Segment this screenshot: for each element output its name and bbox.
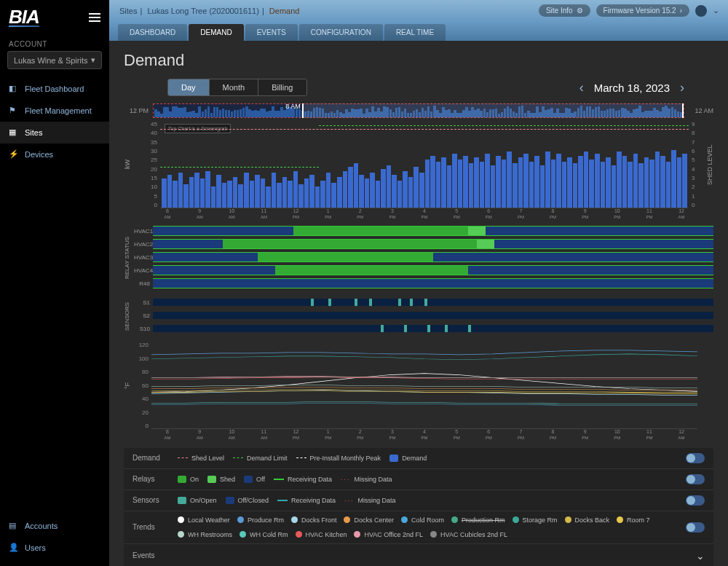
- range-billing[interactable]: Billing: [258, 79, 306, 95]
- overview-marker: 8 AM: [285, 103, 301, 110]
- legend-item[interactable]: Shed Level: [178, 455, 224, 462]
- site-info-button[interactable]: Site Info⚙: [539, 4, 590, 17]
- relay-row-hvac2: HVAC2: [134, 238, 713, 250]
- sidebar-item-fleet-dashboard[interactable]: ◧Fleet Dashboard: [0, 78, 109, 100]
- legend-item[interactable]: WH Cold Rm: [240, 531, 288, 538]
- overview-chart[interactable]: 12 PM 8 AM 12 AM: [124, 103, 713, 118]
- legend-item[interactable]: ···Missing Data: [344, 497, 396, 504]
- range-day[interactable]: Day: [168, 79, 210, 95]
- next-date-button[interactable]: ›: [680, 80, 684, 95]
- range-month[interactable]: Month: [210, 79, 259, 95]
- legend-item[interactable]: HVAC Office 2nd FL: [354, 531, 423, 538]
- legend-row-demand: DemandShed LevelDemand LimitPre-Install …: [124, 448, 713, 469]
- legend-item[interactable]: On/Open: [178, 497, 217, 504]
- relay-status-section: RELAY STATUS HVAC1HVAC2HVAC3HVAC4R48: [124, 225, 713, 291]
- y-axis-label: kW: [124, 121, 131, 208]
- relay-row-hvac4: HVAC4: [134, 264, 713, 276]
- legend-row-sensors: SensorsOn/OpenOff/ClosedReceiving Data··…: [124, 490, 713, 511]
- y2-axis-label: SHED LEVEL: [706, 121, 713, 208]
- main: Sites| Lukas Long Tree (2020001611)| Dem…: [109, 0, 728, 566]
- legend-item[interactable]: Produce Rm: [237, 516, 284, 524]
- sensor-row-s2: S2: [134, 310, 713, 321]
- legend-item[interactable]: Cold Room: [401, 516, 444, 524]
- topbar: Sites| Lukas Long Tree (2020001611)| Dem…: [109, 0, 728, 21]
- legend-item[interactable]: HVAC Kitchen: [296, 531, 347, 538]
- logo: BIA: [9, 6, 39, 28]
- legend-item[interactable]: HVAC Cubicles 2nd FL: [430, 531, 507, 538]
- temp-y-label: °F: [124, 342, 131, 429]
- legend-item[interactable]: Pre-Install Monthly Peak: [296, 455, 381, 462]
- accounts-icon: ▤: [9, 521, 19, 531]
- tab-events[interactable]: EVENTS: [245, 24, 298, 41]
- relay-row-hvac3: HVAC3: [134, 251, 713, 263]
- devices-icon: ⚡: [9, 149, 19, 160]
- legend-item[interactable]: Storage Rm: [513, 516, 558, 524]
- tab-configuration[interactable]: CONFIGURATION: [299, 24, 383, 41]
- current-date: March 18, 2023: [594, 82, 670, 94]
- breadcrumb: Sites| Lukas Long Tree (2020001611)| Dem…: [118, 7, 301, 15]
- crumb-page: Demand: [269, 7, 300, 15]
- tab-dashboard[interactable]: DASHBOARD: [118, 24, 187, 41]
- legend-panel: DemandShed LevelDemand LimitPre-Install …: [124, 448, 713, 566]
- crumb-site[interactable]: Lukas Long Tree (2020001611): [147, 7, 259, 15]
- tabs: DASHBOARDDEMANDEVENTSCONFIGURATIONREAL T…: [109, 21, 728, 41]
- dashboard-icon: ◧: [9, 84, 19, 94]
- tab-real-time[interactable]: REAL TIME: [384, 24, 446, 41]
- prev-date-button[interactable]: ‹: [579, 80, 584, 95]
- crumb-sites[interactable]: Sites: [119, 7, 137, 15]
- sensor-row-s10: S10: [134, 323, 713, 334]
- legend-item[interactable]: Receiving Data: [277, 497, 336, 504]
- relay-row-hvac1: HVAC1: [134, 225, 713, 237]
- toggle-sensors[interactable]: [686, 495, 705, 506]
- legend-item[interactable]: WH Restrooms: [178, 531, 232, 538]
- sidebar-item-users[interactable]: 👤Users: [0, 537, 109, 559]
- chevron-down-icon: ▾: [91, 55, 95, 65]
- chevron-down-icon[interactable]: ⌄: [713, 6, 719, 15]
- sidebar-item-sites[interactable]: ▦Sites: [0, 122, 109, 144]
- firmware-button[interactable]: Firmware Version 15.2›: [596, 4, 689, 17]
- menu-icon[interactable]: [89, 13, 100, 22]
- sidebar-item-accounts[interactable]: ▤Accounts: [0, 515, 109, 537]
- legend-item[interactable]: Demand: [389, 455, 427, 462]
- sidebar-item-fleet-management[interactable]: ⚑Fleet Management: [0, 100, 109, 122]
- legend-item[interactable]: Demand Limit: [233, 455, 288, 462]
- sidebar: BIA ACCOUNT Lukas Wine & Spirits ▾ ◧Flee…: [0, 0, 109, 566]
- account-selected: Lukas Wine & Spirits: [14, 56, 87, 65]
- legend-item[interactable]: Receiving Data: [274, 476, 332, 483]
- range-segmented: DayMonthBilling: [167, 79, 307, 96]
- sites-icon: ▦: [9, 127, 19, 138]
- overview-right-label: 12 AM: [689, 107, 713, 114]
- legend-row-events[interactable]: Events⌄: [124, 544, 713, 566]
- temperature-chart: °F 120100806040200: [124, 342, 713, 429]
- legend-item[interactable]: ···Missing Data: [341, 476, 392, 483]
- legend-item[interactable]: Docks Center: [344, 516, 394, 524]
- toggle-trends[interactable]: [686, 522, 705, 532]
- tab-demand[interactable]: DEMAND: [189, 24, 243, 41]
- legend-item[interactable]: Shed: [207, 476, 235, 483]
- sensors-section-label: SENSORS: [124, 296, 134, 336]
- legend-item[interactable]: Production Rm: [451, 516, 505, 524]
- account-select[interactable]: Lukas Wine & Spirits ▾: [7, 51, 102, 69]
- relay-section-label: RELAY STATUS: [124, 225, 134, 291]
- user-icon[interactable]: [695, 5, 707, 17]
- legend-row-relays: RelaysOnShedOffReceiving Data···Missing …: [124, 469, 713, 490]
- demand-chart: kW 454035302520151050 Top Chart is a Scr…: [124, 121, 713, 208]
- legend-item[interactable]: Docks Back: [565, 516, 610, 524]
- chevron-down-icon: ⌄: [696, 550, 705, 562]
- toggle-demand[interactable]: [686, 453, 705, 463]
- legend-item[interactable]: Off: [244, 476, 265, 483]
- legend-item[interactable]: On: [178, 476, 199, 483]
- overview-left-label: 12 PM: [124, 107, 149, 114]
- sidebar-item-devices[interactable]: ⚡Devices: [0, 144, 109, 165]
- chevron-right-icon: ›: [680, 7, 682, 15]
- legend-item[interactable]: Room 7: [617, 516, 650, 524]
- legend-row-trends: TrendsLocal WeatherProduce RmDocks Front…: [124, 511, 713, 544]
- toggle-relays[interactable]: [686, 474, 705, 484]
- legend-item[interactable]: Local Weather: [178, 516, 230, 524]
- users-icon: 👤: [9, 543, 19, 553]
- page-title: Demand: [124, 51, 713, 70]
- legend-item[interactable]: Off/Closed: [226, 497, 269, 504]
- legend-item[interactable]: Docks Front: [291, 516, 337, 524]
- fleet-icon: ⚑: [9, 106, 19, 116]
- sensor-row-s1: S1: [134, 296, 713, 308]
